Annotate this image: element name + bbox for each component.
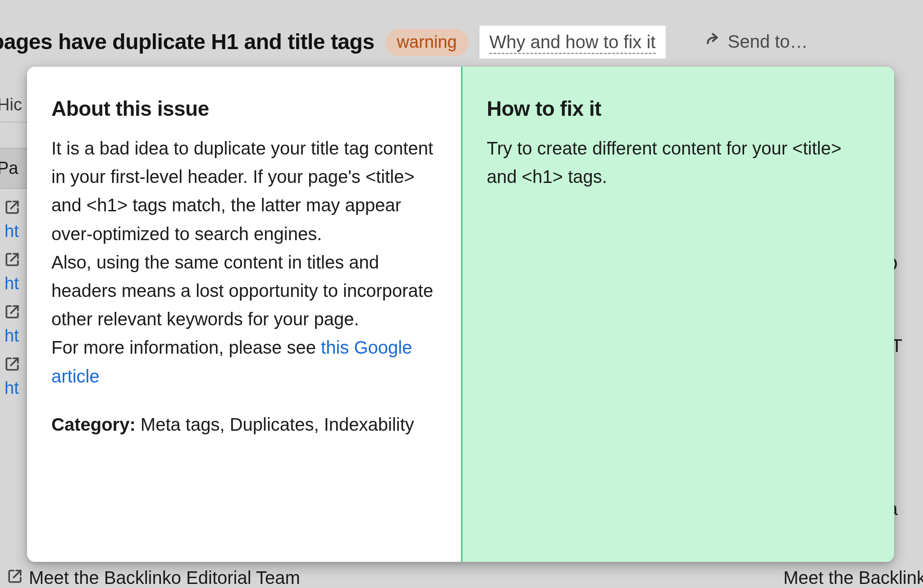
about-panel: About this issue It is a bad idea to dup…	[27, 67, 462, 562]
about-heading: About this issue	[51, 96, 436, 121]
severity-badge: warning	[385, 29, 469, 56]
about-paragraph-1: It is a bad idea to duplicate your title…	[51, 138, 433, 244]
fix-heading: How to fix it	[487, 96, 869, 121]
fix-body: Try to create different content for your…	[487, 134, 869, 191]
about-more-info-prefix: For more information, please see	[51, 337, 321, 357]
external-link-icon	[7, 568, 23, 588]
issue-header: pages have duplicate H1 and title tags w…	[0, 25, 923, 59]
issue-detail-popover: About this issue It is a bad idea to dup…	[27, 67, 894, 562]
bg-bottom-right-text: Meet the Backlink	[783, 568, 923, 588]
category-label: Category:	[51, 415, 136, 434]
why-fix-trigger[interactable]: Why and how to fix it	[480, 26, 666, 59]
fix-panel: How to fix it Try to create different co…	[462, 67, 894, 562]
about-body: It is a bad idea to duplicate your title…	[51, 134, 436, 391]
about-paragraph-2: Also, using the same content in titles a…	[51, 252, 433, 329]
bg-bottom-left-text[interactable]: Meet the Backlinko Editorial Team	[29, 568, 300, 588]
category-line: Category: Meta tags, Duplicates, Indexab…	[51, 410, 436, 439]
why-fix-label: Why and how to fix it	[489, 32, 656, 54]
send-to-label: Send to…	[728, 32, 808, 52]
category-value: Meta tags, Duplicates, Indexability	[141, 415, 414, 434]
send-to-button[interactable]: Send to…	[704, 31, 808, 52]
bg-bottom-left-row: Meet the Backlinko Editorial Team	[7, 568, 300, 588]
issue-title: pages have duplicate H1 and title tags	[0, 29, 375, 54]
send-to-icon	[704, 31, 721, 52]
